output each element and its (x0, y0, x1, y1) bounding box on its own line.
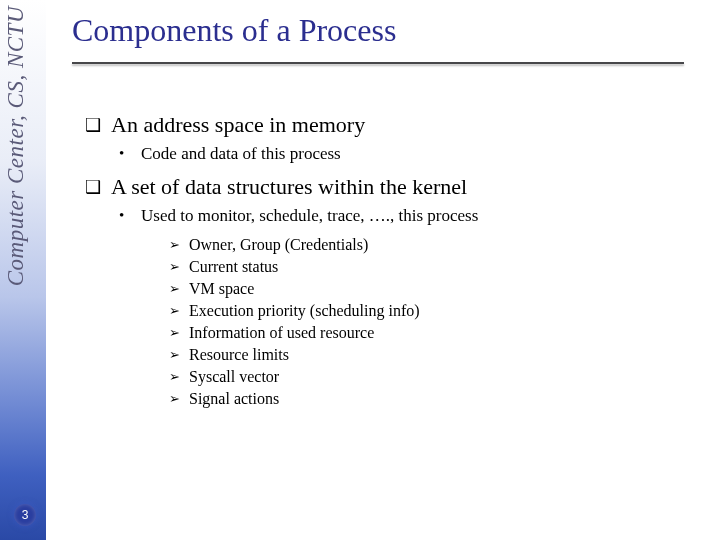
bullet-level3: ➢ Owner, Group (Credentials) (85, 236, 685, 254)
bullet-level3: ➢ Execution priority (scheduling info) (85, 302, 685, 320)
bullet-level3: ➢ Information of used resource (85, 324, 685, 342)
bullet-level1: ❑ An address space in memory (85, 112, 685, 138)
arrow-bullet-icon: ➢ (169, 391, 180, 406)
arrow-bullet-icon: ➢ (169, 237, 180, 252)
bullet-text: Used to monitor, schedule, trace, …., th… (141, 206, 478, 225)
slide-body: ❑ An address space in memory • Code and … (85, 108, 685, 412)
bullet-text: Information of used resource (189, 324, 374, 341)
bullet-level3: ➢ Signal actions (85, 390, 685, 408)
bullet-text: Current status (189, 258, 278, 275)
bullet-text: Resource limits (189, 346, 289, 363)
bullet-level3: ➢ Resource limits (85, 346, 685, 364)
bullet-level3: ➢ Syscall vector (85, 368, 685, 386)
page-number-badge: 3 (14, 504, 36, 526)
bullet-level2: • Used to monitor, schedule, trace, …., … (85, 206, 685, 226)
title-underline (72, 62, 684, 64)
arrow-bullet-icon: ➢ (169, 325, 180, 340)
dot-bullet-icon: • (119, 207, 124, 224)
arrow-bullet-icon: ➢ (169, 281, 180, 296)
sub-bullet-list: ➢ Owner, Group (Credentials) ➢ Current s… (85, 236, 685, 408)
arrow-bullet-icon: ➢ (169, 303, 180, 318)
bullet-text: An address space in memory (111, 112, 365, 137)
bullet-text: Syscall vector (189, 368, 279, 385)
square-bullet-icon: ❑ (85, 176, 101, 198)
dot-bullet-icon: • (119, 145, 124, 162)
bullet-level3: ➢ VM space (85, 280, 685, 298)
arrow-bullet-icon: ➢ (169, 259, 180, 274)
arrow-bullet-icon: ➢ (169, 347, 180, 362)
bullet-text: Execution priority (scheduling info) (189, 302, 420, 319)
bullet-text: Owner, Group (Credentials) (189, 236, 368, 253)
sidebar-label: Computer Center, CS, NCTU (3, 6, 29, 286)
bullet-text: VM space (189, 280, 254, 297)
slide: Computer Center, CS, NCTU 3 Components o… (0, 0, 720, 540)
bullet-level3: ➢ Current status (85, 258, 685, 276)
arrow-bullet-icon: ➢ (169, 369, 180, 384)
bullet-text: A set of data structures within the kern… (111, 174, 467, 199)
slide-title: Components of a Process (72, 12, 396, 49)
bullet-text: Code and data of this process (141, 144, 341, 163)
bullet-level2: • Code and data of this process (85, 144, 685, 164)
bullet-text: Signal actions (189, 390, 279, 407)
square-bullet-icon: ❑ (85, 114, 101, 136)
bullet-level1: ❑ A set of data structures within the ke… (85, 174, 685, 200)
